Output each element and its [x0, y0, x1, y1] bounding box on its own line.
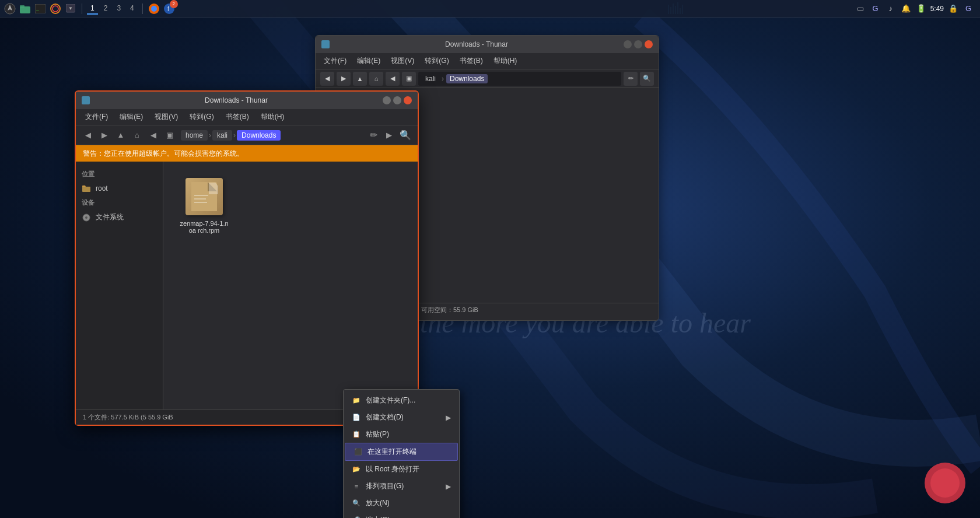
- bg-close-btn[interactable]: [645, 40, 653, 48]
- bg-back-btn[interactable]: ◀: [320, 72, 334, 86]
- path-edit-btn[interactable]: ✏: [366, 128, 380, 142]
- sidebar-devices-label: 设备: [76, 196, 163, 209]
- home-folder-icon: [21, 145, 49, 173]
- path-sep-2: ›: [233, 131, 236, 139]
- taskbar-browser-icon[interactable]: [49, 2, 62, 15]
- ctx-sort-arrow: ▶: [446, 482, 451, 491]
- file-rpm[interactable]: zenmap-7.94-1.noa rch.rpm: [175, 173, 233, 239]
- menu-help[interactable]: 帮助(H): [258, 111, 287, 123]
- menu-file[interactable]: 文件(F): [83, 111, 110, 123]
- tray-battery-icon[interactable]: 🔋: [915, 3, 927, 15]
- path-home[interactable]: home: [181, 130, 208, 141]
- bg-menu-file[interactable]: 文件(F): [321, 55, 349, 67]
- bg-up-btn[interactable]: ▲: [353, 72, 367, 86]
- home-btn[interactable]: ⌂: [130, 128, 145, 143]
- svg-point-30: [23, 103, 47, 110]
- bg-menu-bookmark[interactable]: 书签(B): [457, 55, 485, 67]
- tray-monitor-icon[interactable]: ▭: [855, 3, 866, 15]
- legal-icon: [21, 201, 49, 229]
- ctx-zoom-in[interactable]: 🔍 放大(N): [344, 495, 459, 512]
- svg-rect-34: [32, 162, 38, 170]
- bottom-right-decor: [922, 460, 968, 506]
- filesystem-icon: [21, 88, 49, 116]
- bg-edit-path-btn[interactable]: ✏: [624, 72, 638, 86]
- ctx-create-folder[interactable]: 📁 创建文件夹(F)...: [344, 392, 459, 409]
- warning-bar: 警告：您正在使用超级帐户。可能会损害您的系统。: [76, 145, 418, 162]
- sidebar-item-filesystem[interactable]: 文件系统: [76, 209, 163, 225]
- ctx-paste[interactable]: 📋 粘贴(P): [344, 426, 459, 443]
- tray-notification-icon[interactable]: 🔔: [900, 3, 912, 15]
- back-btn[interactable]: ◀: [80, 128, 96, 143]
- workspace-3[interactable]: 3: [113, 3, 124, 15]
- ctx-create-doc[interactable]: 📄 创建文档(D) ▶: [344, 409, 459, 426]
- taskbar-dropdown-icon[interactable]: ▼: [64, 2, 77, 15]
- tray-g-icon[interactable]: G: [870, 3, 881, 15]
- minimize-btn[interactable]: [383, 96, 391, 104]
- tray-g2-icon[interactable]: G: [963, 3, 974, 15]
- tray-lock-icon[interactable]: 🔒: [947, 3, 959, 15]
- menu-edit[interactable]: 编辑(E): [117, 111, 145, 123]
- ctx-open-terminal[interactable]: ⬛ 在这里打开终端: [345, 443, 458, 461]
- bg-minimize-btn[interactable]: [624, 40, 632, 48]
- ctx-create-folder-label: 创建文件夹(F)...: [366, 396, 415, 405]
- taskbar-firefox-icon[interactable]: [148, 2, 160, 15]
- close-btn[interactable]: [404, 96, 412, 104]
- bg-menu-view[interactable]: 视图(V): [388, 55, 416, 67]
- toggle-sidebar-btn[interactable]: ◀: [146, 128, 161, 143]
- bg-path-kali[interactable]: kali: [422, 74, 439, 83]
- bg-search-btn[interactable]: 🔍: [640, 72, 654, 86]
- ctx-sort[interactable]: ≡ 排列项目(G) ▶: [344, 478, 459, 495]
- taskbar-terminal-icon[interactable]: _: [34, 2, 47, 15]
- menu-bookmark[interactable]: 书签(B): [223, 111, 251, 123]
- path-downloads[interactable]: Downloads: [237, 130, 281, 141]
- desktop-icon-nessus[interactable]: N Nessus-10....: [12, 256, 58, 299]
- taskbar-time: 5:49: [930, 5, 944, 13]
- root-icon: 📂: [352, 465, 361, 474]
- home-label: 主文件夹: [21, 175, 49, 185]
- workspace-1[interactable]: 1: [87, 3, 98, 15]
- sidebar-item-root[interactable]: root: [76, 181, 163, 196]
- desktop-icon-trash[interactable]: 回收站: [12, 29, 58, 74]
- path-arrow-btn[interactable]: ▶: [382, 128, 397, 143]
- sidebar: 位置 root 设备: [76, 162, 163, 410]
- menu-goto[interactable]: 转到(G): [187, 111, 216, 123]
- bg-maximize-btn[interactable]: [634, 40, 642, 48]
- ctx-zoom-out-label: 缩小(Q): [366, 515, 390, 518]
- zoom-out-icon: 🔎: [352, 516, 361, 519]
- svg-text:N: N: [30, 267, 37, 276]
- desktop-icon-home[interactable]: 主文件夹: [12, 142, 58, 187]
- desktop-icon-filesystem[interactable]: 文件系统: [12, 86, 58, 131]
- search-btn[interactable]: 🔍: [398, 128, 413, 143]
- menu-view[interactable]: 视图(V): [152, 111, 180, 123]
- bg-toggle-btn[interactable]: ◀: [386, 72, 400, 86]
- maximize-btn[interactable]: [393, 96, 401, 104]
- bg-home-btn[interactable]: ⌂: [369, 72, 383, 86]
- bg-menu-edit[interactable]: 编辑(E): [355, 55, 383, 67]
- svg-point-31: [23, 92, 47, 99]
- up-btn[interactable]: ▲: [113, 128, 128, 143]
- badge-count: 2: [170, 0, 178, 8]
- ctx-open-root[interactable]: 📂 以 Root 身份打开: [344, 461, 459, 478]
- bg-titlebar: Downloads - Thunar: [316, 36, 659, 53]
- taskbar-sep-1: [82, 4, 82, 14]
- bg-bookmark-btn[interactable]: ▣: [402, 72, 416, 86]
- taskbar-badge-icon[interactable]: f 2: [163, 2, 176, 15]
- desktop-icon-legal[interactable]: 合法化: [12, 199, 58, 244]
- ctx-zoom-out[interactable]: 🔎 缩小(Q): [344, 512, 459, 518]
- bg-path-downloads[interactable]: Downloads: [446, 74, 488, 83]
- path-kali[interactable]: kali: [212, 130, 232, 141]
- kali-menu-icon[interactable]: [4, 2, 16, 15]
- workspace-4[interactable]: 4: [127, 3, 138, 15]
- taskbar-files-icon[interactable]: [19, 2, 32, 15]
- disk-icon: [82, 213, 91, 222]
- bg-menu-goto[interactable]: 转到(G): [422, 55, 451, 67]
- bg-menu-help[interactable]: 帮助(H): [491, 55, 520, 67]
- svg-rect-24: [32, 32, 38, 37]
- file-area[interactable]: zenmap-7.94-1.noa rch.rpm 📁 创建文件夹(F)... …: [163, 162, 418, 410]
- tray-volume-icon[interactable]: ♪: [885, 3, 897, 15]
- forward-btn[interactable]: ▶: [97, 128, 112, 143]
- workspace-2[interactable]: 2: [100, 3, 111, 15]
- nessus-label: Nessus-10....: [15, 288, 56, 296]
- bg-forward-btn[interactable]: ▶: [337, 72, 351, 86]
- bookmark-toggle-btn[interactable]: ▣: [162, 128, 177, 143]
